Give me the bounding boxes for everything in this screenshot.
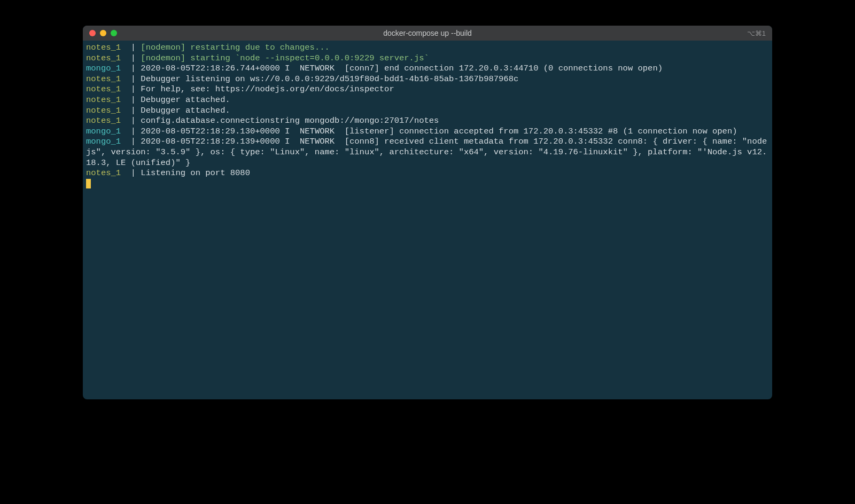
log-line: notes_1 | config.database.connectionstri… bbox=[86, 116, 769, 127]
maximize-icon[interactable] bbox=[111, 30, 117, 36]
log-separator: | bbox=[126, 43, 141, 52]
log-prefix: notes_1 bbox=[86, 53, 126, 63]
log-message: Debugger listening on ws://0.0.0.0:9229/… bbox=[141, 74, 518, 84]
log-message: 2020-08-05T22:18:26.744+0000 I NETWORK [… bbox=[141, 64, 663, 73]
log-line: notes_1 | Debugger attached. bbox=[86, 106, 769, 116]
log-prefix: notes_1 bbox=[86, 106, 126, 115]
titlebar: docker-compose up --build ⌥⌘1 bbox=[83, 26, 772, 41]
log-separator: | bbox=[126, 84, 141, 94]
log-separator: | bbox=[126, 53, 141, 63]
log-message: Debugger attached. bbox=[141, 106, 230, 115]
window-shortcut: ⌥⌘1 bbox=[747, 29, 772, 37]
log-message: Debugger attached. bbox=[141, 95, 230, 105]
log-separator: | bbox=[126, 168, 141, 178]
minimize-icon[interactable] bbox=[100, 30, 106, 36]
log-separator: | bbox=[126, 127, 141, 136]
log-prefix: mongo_1 bbox=[86, 137, 126, 146]
log-line: mongo_1 | 2020-08-05T22:18:29.130+0000 I… bbox=[86, 127, 769, 137]
log-message: [nodemon] restarting due to changes... bbox=[141, 43, 329, 52]
log-line: notes_1 | For help, see: https://nodejs.… bbox=[86, 84, 769, 95]
log-message: [nodemon] starting `node --inspect=0.0.0… bbox=[141, 53, 429, 63]
log-separator: | bbox=[126, 95, 141, 105]
terminal-output[interactable]: notes_1 | [nodemon] restarting due to ch… bbox=[83, 41, 772, 399]
log-separator: | bbox=[126, 116, 141, 125]
log-line: notes_1 | Debugger attached. bbox=[86, 95, 769, 106]
log-prefix: mongo_1 bbox=[86, 64, 126, 73]
log-line: notes_1 | [nodemon] starting `node --ins… bbox=[86, 53, 769, 64]
log-prefix: mongo_1 bbox=[86, 127, 126, 136]
log-message: 2020-08-05T22:18:29.130+0000 I NETWORK [… bbox=[141, 127, 737, 136]
log-prefix: notes_1 bbox=[86, 84, 126, 94]
log-separator: | bbox=[126, 106, 141, 115]
log-line: notes_1 | Listening on port 8080 bbox=[86, 168, 769, 179]
log-prefix: notes_1 bbox=[86, 168, 126, 178]
terminal-window: docker-compose up --build ⌥⌘1 notes_1 | … bbox=[83, 26, 772, 399]
log-line: notes_1 | [nodemon] restarting due to ch… bbox=[86, 43, 769, 53]
log-prefix: notes_1 bbox=[86, 95, 126, 105]
log-separator: | bbox=[126, 74, 141, 84]
log-prefix: notes_1 bbox=[86, 43, 126, 52]
log-line: mongo_1 | 2020-08-05T22:18:26.744+0000 I… bbox=[86, 64, 769, 74]
cursor-line bbox=[86, 179, 769, 190]
traffic-lights bbox=[83, 30, 117, 36]
log-message: For help, see: https://nodejs.org/en/doc… bbox=[141, 84, 394, 94]
log-line: notes_1 | Debugger listening on ws://0.0… bbox=[86, 74, 769, 85]
close-icon[interactable] bbox=[89, 30, 96, 36]
log-prefix: notes_1 bbox=[86, 74, 126, 84]
log-prefix: notes_1 bbox=[86, 116, 126, 125]
log-message: Listening on port 8080 bbox=[141, 168, 250, 178]
log-separator: | bbox=[126, 137, 141, 146]
log-separator: | bbox=[126, 64, 141, 73]
window-title: docker-compose up --build bbox=[83, 29, 772, 37]
terminal-cursor bbox=[86, 179, 91, 188]
log-message: 2020-08-05T22:18:29.139+0000 I NETWORK [… bbox=[86, 137, 767, 167]
log-line: mongo_1 | 2020-08-05T22:18:29.139+0000 I… bbox=[86, 137, 769, 168]
log-message: config.database.connectionstring mongodb… bbox=[141, 116, 439, 125]
